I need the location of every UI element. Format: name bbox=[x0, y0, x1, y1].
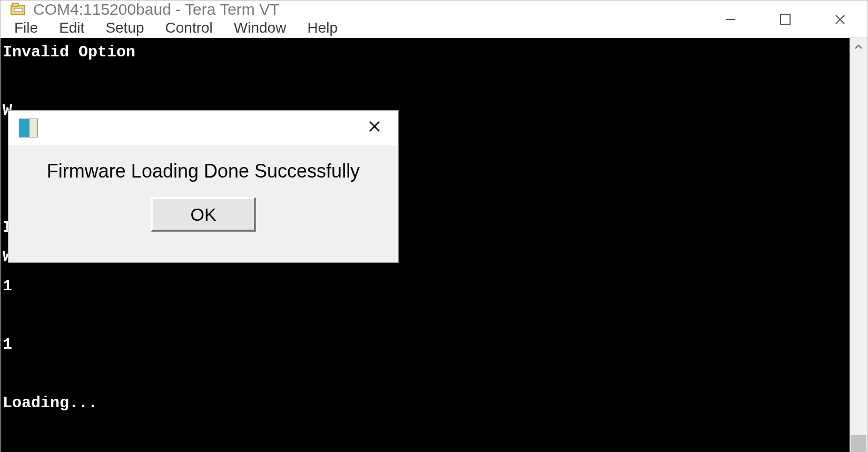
app-icon bbox=[10, 1, 27, 18]
chevron-up-icon bbox=[854, 43, 863, 51]
scroll-thumb[interactable] bbox=[851, 435, 866, 452]
vertical-scrollbar[interactable] bbox=[850, 38, 867, 452]
close-button[interactable] bbox=[813, 1, 867, 38]
dialog-icon bbox=[19, 119, 38, 137]
menu-file[interactable]: File bbox=[6, 18, 46, 37]
app-window: COM4:115200baud - Tera Term VT File Edit… bbox=[0, 0, 868, 452]
dialog-titlebar[interactable] bbox=[8, 111, 398, 145]
menu-setup[interactable]: Setup bbox=[97, 18, 152, 37]
titlebar[interactable]: COM4:115200baud - Tera Term VT bbox=[1, 1, 867, 18]
terminal-line: 1 bbox=[3, 336, 12, 353]
svg-rect-2 bbox=[14, 8, 23, 12]
close-icon bbox=[834, 14, 846, 25]
window-title: COM4:115200baud - Tera Term VT bbox=[33, 1, 279, 18]
ok-button[interactable]: OK bbox=[151, 197, 256, 232]
close-icon bbox=[368, 120, 381, 133]
svg-rect-4 bbox=[781, 15, 790, 24]
menu-help[interactable]: Help bbox=[299, 18, 346, 37]
minimize-button[interactable] bbox=[703, 1, 758, 38]
menu-window[interactable]: Window bbox=[225, 18, 295, 37]
maximize-button[interactable] bbox=[758, 1, 813, 38]
terminal-line: 1 bbox=[3, 277, 12, 295]
terminal-line: Invalid Option bbox=[3, 43, 135, 61]
maximize-icon bbox=[780, 14, 791, 25]
svg-rect-1 bbox=[12, 3, 18, 6]
message-dialog: Firmware Loading Done Successfully OK bbox=[8, 110, 399, 263]
dialog-close-button[interactable] bbox=[361, 120, 388, 137]
scroll-up-button[interactable] bbox=[850, 38, 867, 56]
dialog-message: Firmware Loading Done Successfully bbox=[47, 160, 360, 182]
menu-edit[interactable]: Edit bbox=[51, 18, 93, 37]
dialog-body: Firmware Loading Done Successfully OK bbox=[8, 145, 398, 262]
window-controls bbox=[703, 1, 867, 38]
minimize-icon bbox=[725, 14, 736, 25]
terminal-line: Loading... bbox=[3, 394, 97, 412]
menu-control[interactable]: Control bbox=[157, 18, 221, 37]
